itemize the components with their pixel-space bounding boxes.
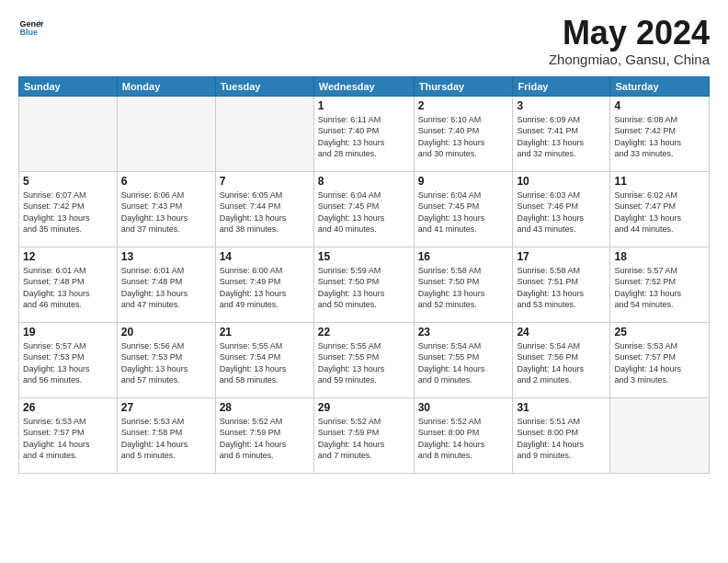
calendar-cell-0-5: 3Sunrise: 6:09 AM Sunset: 7:41 PM Daylig…: [513, 96, 610, 171]
day-info: Sunrise: 6:01 AM Sunset: 7:48 PM Dayligh…: [121, 265, 211, 311]
calendar-cell-3-2: 21Sunrise: 5:55 AM Sunset: 7:54 PM Dayli…: [215, 322, 313, 397]
header-tuesday: Tuesday: [215, 76, 313, 96]
day-number: 29: [318, 401, 410, 414]
day-number: 9: [418, 175, 509, 188]
calendar-cell-3-1: 20Sunrise: 5:56 AM Sunset: 7:53 PM Dayli…: [117, 322, 215, 397]
day-info: Sunrise: 6:06 AM Sunset: 7:43 PM Dayligh…: [121, 190, 211, 236]
day-info: Sunrise: 5:59 AM Sunset: 7:50 PM Dayligh…: [318, 265, 410, 311]
calendar-cell-0-0: [19, 96, 118, 171]
day-info: Sunrise: 6:04 AM Sunset: 7:45 PM Dayligh…: [418, 190, 509, 236]
day-info: Sunrise: 5:58 AM Sunset: 7:51 PM Dayligh…: [517, 265, 606, 311]
page: General Blue May 2024 Zhongmiao, Gansu, …: [0, 0, 728, 563]
day-info: Sunrise: 6:10 AM Sunset: 7:40 PM Dayligh…: [418, 114, 509, 160]
calendar-cell-4-4: 30Sunrise: 5:52 AM Sunset: 8:00 PM Dayli…: [414, 397, 513, 473]
day-number: 22: [318, 326, 410, 339]
calendar-cell-4-2: 28Sunrise: 5:52 AM Sunset: 7:59 PM Dayli…: [215, 397, 313, 473]
day-number: 30: [418, 401, 509, 414]
calendar-cell-2-5: 17Sunrise: 5:58 AM Sunset: 7:51 PM Dayli…: [513, 247, 610, 322]
day-number: 14: [220, 250, 310, 263]
week-row-5: 26Sunrise: 5:53 AM Sunset: 7:57 PM Dayli…: [19, 397, 710, 473]
day-number: 3: [517, 99, 606, 112]
day-info: Sunrise: 5:53 AM Sunset: 7:57 PM Dayligh…: [614, 340, 705, 386]
day-info: Sunrise: 6:01 AM Sunset: 7:48 PM Dayligh…: [23, 265, 113, 311]
day-info: Sunrise: 5:56 AM Sunset: 7:53 PM Dayligh…: [121, 340, 211, 386]
day-number: 20: [121, 326, 211, 339]
week-row-4: 19Sunrise: 5:57 AM Sunset: 7:53 PM Dayli…: [19, 322, 710, 397]
header: General Blue May 2024 Zhongmiao, Gansu, …: [18, 15, 710, 67]
day-info: Sunrise: 6:04 AM Sunset: 7:45 PM Dayligh…: [318, 190, 410, 236]
day-number: 4: [614, 99, 705, 112]
calendar-cell-1-1: 6Sunrise: 6:06 AM Sunset: 7:43 PM Daylig…: [117, 171, 215, 247]
day-info: Sunrise: 5:57 AM Sunset: 7:52 PM Dayligh…: [614, 265, 705, 311]
calendar-cell-1-0: 5Sunrise: 6:07 AM Sunset: 7:42 PM Daylig…: [19, 171, 118, 247]
calendar-cell-3-5: 24Sunrise: 5:54 AM Sunset: 7:56 PM Dayli…: [513, 322, 610, 397]
day-info: Sunrise: 6:07 AM Sunset: 7:42 PM Dayligh…: [23, 190, 113, 236]
day-number: 19: [23, 326, 113, 339]
day-number: 28: [220, 401, 310, 414]
day-info: Sunrise: 6:03 AM Sunset: 7:46 PM Dayligh…: [517, 190, 606, 236]
header-monday: Monday: [117, 76, 215, 96]
day-number: 8: [318, 175, 410, 188]
day-number: 27: [121, 401, 211, 414]
calendar-cell-2-2: 14Sunrise: 6:00 AM Sunset: 7:49 PM Dayli…: [215, 247, 313, 322]
day-number: 10: [517, 175, 606, 188]
header-wednesday: Wednesday: [313, 76, 414, 96]
day-number: 18: [614, 250, 705, 263]
day-number: 31: [517, 401, 606, 414]
calendar-cell-4-1: 27Sunrise: 5:53 AM Sunset: 7:58 PM Dayli…: [117, 397, 215, 473]
day-info: Sunrise: 5:55 AM Sunset: 7:54 PM Dayligh…: [220, 340, 310, 386]
calendar-cell-2-3: 15Sunrise: 5:59 AM Sunset: 7:50 PM Dayli…: [313, 247, 414, 322]
day-number: 26: [23, 401, 113, 414]
day-info: Sunrise: 5:58 AM Sunset: 7:50 PM Dayligh…: [418, 265, 509, 311]
day-number: 2: [418, 99, 509, 112]
day-info: Sunrise: 6:02 AM Sunset: 7:47 PM Dayligh…: [614, 190, 705, 236]
day-number: 17: [517, 250, 606, 263]
subtitle: Zhongmiao, Gansu, China: [549, 52, 710, 67]
calendar-cell-0-6: 4Sunrise: 6:08 AM Sunset: 7:42 PM Daylig…: [610, 96, 710, 171]
calendar-cell-3-0: 19Sunrise: 5:57 AM Sunset: 7:53 PM Dayli…: [19, 322, 118, 397]
header-saturday: Saturday: [610, 76, 710, 96]
calendar-cell-1-5: 10Sunrise: 6:03 AM Sunset: 7:46 PM Dayli…: [513, 171, 610, 247]
day-info: Sunrise: 5:52 AM Sunset: 7:59 PM Dayligh…: [318, 416, 410, 462]
day-number: 12: [23, 250, 113, 263]
day-info: Sunrise: 5:53 AM Sunset: 7:58 PM Dayligh…: [121, 416, 211, 462]
calendar-cell-0-2: [215, 96, 313, 171]
day-number: 21: [220, 326, 310, 339]
day-number: 5: [23, 175, 113, 188]
svg-text:Blue: Blue: [19, 28, 38, 37]
calendar-cell-4-5: 31Sunrise: 5:51 AM Sunset: 8:00 PM Dayli…: [513, 397, 610, 473]
calendar-cell-2-4: 16Sunrise: 5:58 AM Sunset: 7:50 PM Dayli…: [414, 247, 513, 322]
day-info: Sunrise: 6:11 AM Sunset: 7:40 PM Dayligh…: [318, 114, 410, 160]
weekday-header-row: Sunday Monday Tuesday Wednesday Thursday…: [19, 76, 710, 96]
day-number: 1: [318, 99, 410, 112]
calendar-table: Sunday Monday Tuesday Wednesday Thursday…: [18, 76, 710, 474]
day-number: 13: [121, 250, 211, 263]
day-info: Sunrise: 5:53 AM Sunset: 7:57 PM Dayligh…: [23, 416, 113, 462]
calendar-cell-3-3: 22Sunrise: 5:55 AM Sunset: 7:55 PM Dayli…: [313, 322, 414, 397]
week-row-3: 12Sunrise: 6:01 AM Sunset: 7:48 PM Dayli…: [19, 247, 710, 322]
day-info: Sunrise: 5:52 AM Sunset: 8:00 PM Dayligh…: [418, 416, 509, 462]
day-number: 11: [614, 175, 705, 188]
calendar-cell-4-6: [610, 397, 710, 473]
day-number: 15: [318, 250, 410, 263]
day-info: Sunrise: 5:54 AM Sunset: 7:55 PM Dayligh…: [418, 340, 509, 386]
day-info: Sunrise: 6:09 AM Sunset: 7:41 PM Dayligh…: [517, 114, 606, 160]
calendar-cell-4-3: 29Sunrise: 5:52 AM Sunset: 7:59 PM Dayli…: [313, 397, 414, 473]
calendar-cell-0-3: 1Sunrise: 6:11 AM Sunset: 7:40 PM Daylig…: [313, 96, 414, 171]
header-friday: Friday: [513, 76, 610, 96]
title-block: May 2024 Zhongmiao, Gansu, China: [549, 15, 710, 67]
calendar-cell-3-6: 25Sunrise: 5:53 AM Sunset: 7:57 PM Dayli…: [610, 322, 710, 397]
day-info: Sunrise: 5:51 AM Sunset: 8:00 PM Dayligh…: [517, 416, 606, 462]
calendar-cell-1-4: 9Sunrise: 6:04 AM Sunset: 7:45 PM Daylig…: [414, 171, 513, 247]
day-info: Sunrise: 6:05 AM Sunset: 7:44 PM Dayligh…: [220, 190, 310, 236]
day-info: Sunrise: 5:54 AM Sunset: 7:56 PM Dayligh…: [517, 340, 606, 386]
calendar-cell-1-6: 11Sunrise: 6:02 AM Sunset: 7:47 PM Dayli…: [610, 171, 710, 247]
main-title: May 2024: [549, 15, 710, 52]
day-number: 25: [614, 326, 705, 339]
calendar-cell-0-1: [117, 96, 215, 171]
calendar-cell-1-2: 7Sunrise: 6:05 AM Sunset: 7:44 PM Daylig…: [215, 171, 313, 247]
day-info: Sunrise: 5:55 AM Sunset: 7:55 PM Dayligh…: [318, 340, 410, 386]
calendar-cell-3-4: 23Sunrise: 5:54 AM Sunset: 7:55 PM Dayli…: [414, 322, 513, 397]
day-number: 16: [418, 250, 509, 263]
day-info: Sunrise: 6:00 AM Sunset: 7:49 PM Dayligh…: [220, 265, 310, 311]
